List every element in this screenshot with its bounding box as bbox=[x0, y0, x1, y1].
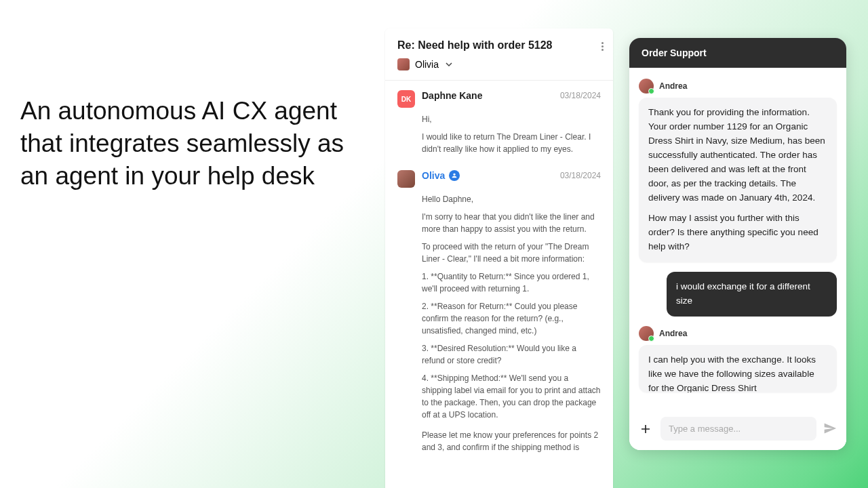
chat-input[interactable] bbox=[660, 417, 816, 441]
agent-bubble: I can help you with the exchange. It loo… bbox=[639, 345, 837, 392]
marketing-headline: An autonomous AI CX agent that integrate… bbox=[20, 95, 373, 192]
email-subject: Re: Need help with order 5128 bbox=[397, 39, 601, 52]
agent-bubble: Thank you for providing the information.… bbox=[639, 98, 837, 262]
email-body: DK Daphne Kane 03/18/2024 Hi, I would li… bbox=[385, 81, 613, 488]
sender-name: Oliva bbox=[422, 170, 460, 181]
send-icon[interactable] bbox=[823, 422, 838, 436]
message-date: 03/18/2024 bbox=[560, 91, 601, 100]
message-date: 03/18/2024 bbox=[560, 171, 601, 180]
agent-name: Andrea bbox=[659, 329, 687, 338]
email-message: DK Daphne Kane 03/18/2024 Hi, I would li… bbox=[397, 90, 601, 155]
assignee-avatar bbox=[397, 58, 410, 70]
message-text: Hi, I would like to return The Dream Lin… bbox=[422, 113, 601, 155]
chat-message: Andrea Thank you for providing the infor… bbox=[639, 79, 837, 262]
email-message: Oliva 03/18/2024 Hello Daphne, I'm sorry… bbox=[397, 170, 601, 453]
chat-input-row bbox=[629, 410, 846, 450]
chat-body: Andrea Thank you for providing the infor… bbox=[629, 68, 846, 410]
chat-header: Order Support bbox=[629, 38, 846, 68]
sender-avatar bbox=[397, 170, 415, 188]
sender-name: Daphne Kane bbox=[422, 90, 482, 101]
email-header: Re: Need help with order 5128 Olivia bbox=[385, 28, 613, 81]
chat-sender-row: Andrea bbox=[639, 79, 837, 94]
chat-sender-row: Andrea bbox=[639, 326, 837, 341]
chat-widget: Order Support Andrea Thank you for provi… bbox=[629, 38, 846, 450]
assignee-selector[interactable]: Olivia bbox=[397, 58, 601, 70]
agent-avatar bbox=[639, 326, 654, 341]
chat-message: i would exchange it for a different size bbox=[639, 272, 837, 317]
agent-avatar bbox=[639, 79, 654, 94]
message-text: Hello Daphne, I'm sorry to hear that you… bbox=[422, 193, 601, 453]
chevron-down-icon bbox=[446, 59, 452, 70]
sender-avatar: DK bbox=[397, 90, 415, 108]
assignee-name: Olivia bbox=[415, 59, 439, 70]
email-thread-panel: Re: Need help with order 5128 Olivia DK … bbox=[385, 28, 613, 488]
agent-name: Andrea bbox=[659, 81, 687, 91]
attach-button[interactable] bbox=[637, 421, 654, 437]
kebab-menu-icon[interactable] bbox=[601, 41, 604, 52]
chat-message: Andrea I can help you with the exchange.… bbox=[639, 326, 837, 392]
agent-badge-icon bbox=[449, 170, 460, 181]
user-bubble: i would exchange it for a different size bbox=[667, 272, 837, 317]
